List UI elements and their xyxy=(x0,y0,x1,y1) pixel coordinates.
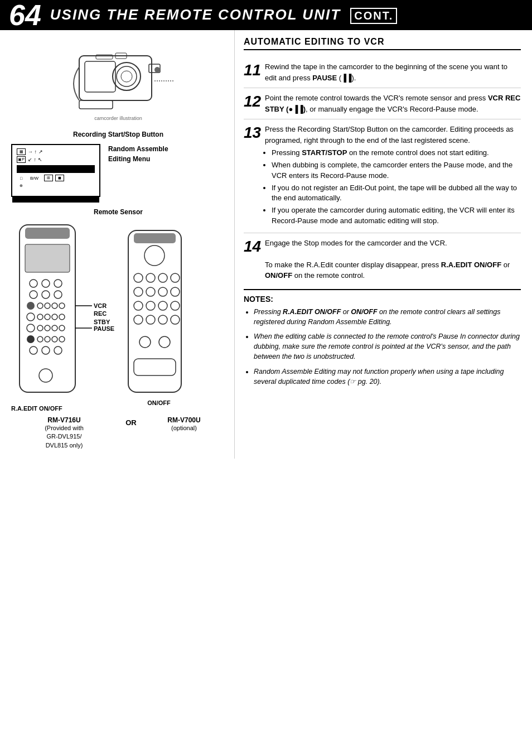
menu-icon-2: ▣P xyxy=(17,156,26,163)
note-1: Pressing R.A.EDIT ON/OFF or ON/OFF on th… xyxy=(254,307,521,327)
menu-icon-6: ⊕ xyxy=(17,182,26,189)
svg-point-65 xyxy=(171,315,180,324)
svg-point-64 xyxy=(158,315,167,324)
step-11: 11 Rewind the tape in the camcorder to t… xyxy=(244,57,521,88)
label-rm-v700u-area: RM-V700U (optional) xyxy=(145,416,223,432)
svg-point-15 xyxy=(30,280,37,287)
svg-point-18 xyxy=(30,291,37,298)
svg-rect-1 xyxy=(85,61,115,92)
cont-label: cont. xyxy=(350,8,397,24)
svg-point-54 xyxy=(134,287,143,296)
header-title: USING THE REMOTE CONTROL UNIT cont. xyxy=(50,6,397,24)
svg-rect-14 xyxy=(25,244,70,272)
menu-label: Random Assemble Editing Menu xyxy=(108,144,168,164)
svg-point-52 xyxy=(158,273,167,282)
svg-point-34 xyxy=(52,325,57,331)
step-14: 14 Engage the Stop modes for the camcord… xyxy=(244,233,521,281)
note-3: Random Assemble Editing may not function… xyxy=(254,367,521,387)
svg-point-39 xyxy=(52,336,57,342)
svg-rect-48 xyxy=(134,233,176,243)
svg-point-33 xyxy=(45,325,50,331)
menu-panel-area: ▦ → ↑ ↗ ▣P ↙ ↑ ↖ □ B/W ⊞ ◼ xyxy=(11,144,225,197)
svg-point-30 xyxy=(59,314,65,320)
step-13: 13 Press the Recording Start/Stop Button… xyxy=(244,119,521,233)
svg-point-17 xyxy=(54,280,62,287)
svg-point-57 xyxy=(171,287,180,296)
svg-point-9 xyxy=(154,67,160,73)
svg-text:camcorder illustration: camcorder illustration xyxy=(94,115,142,121)
svg-point-55 xyxy=(146,287,155,296)
svg-point-44 xyxy=(39,369,52,382)
svg-point-22 xyxy=(37,303,43,309)
page-number: 64 xyxy=(9,1,41,30)
step-14-content: Engage the Stop modes for the camcorder … xyxy=(265,238,521,281)
svg-point-38 xyxy=(45,336,50,342)
svg-point-35 xyxy=(59,325,65,331)
svg-point-60 xyxy=(158,301,167,310)
step-13-bullet-2: When dubbing is complete, the camcorder … xyxy=(272,160,521,181)
step-12-content: Point the remote control towards the VCR… xyxy=(265,93,521,114)
left-column: camcorder illustration Recording Start/S… xyxy=(0,30,234,459)
svg-point-21 xyxy=(27,302,35,310)
svg-point-32 xyxy=(37,325,43,331)
svg-point-37 xyxy=(37,336,43,342)
step-13-number: 13 xyxy=(244,124,265,228)
pause-callout: PAUSE xyxy=(94,325,114,332)
rm-v700u-sub: (optional) xyxy=(145,424,223,432)
right-column: AUTOMATIC EDITING TO VCR 11 Rewind the t… xyxy=(234,30,532,459)
svg-point-40 xyxy=(59,336,65,342)
recording-button-label: Recording Start/Stop Button xyxy=(73,131,163,138)
menu-bar-bottom xyxy=(12,196,99,203)
step-11-number: 11 xyxy=(244,61,265,83)
step-13-bullet-3: If you do not register an Edit-Out point… xyxy=(272,183,521,204)
svg-point-63 xyxy=(146,315,155,324)
svg-point-41 xyxy=(30,346,37,354)
menu-icon-5: ◼ xyxy=(55,175,64,181)
remote-left: VCR REC STBY PAUSE R.A.EDIT ON/OFF xyxy=(11,219,117,412)
step-12: 12 Point the remote control towards the … xyxy=(244,88,521,119)
label-rm-v716u-area: RM-V716U (Provided with GR-DVL915/ DVL81… xyxy=(11,416,117,450)
notes-title: NOTES: xyxy=(244,295,521,304)
svg-point-23 xyxy=(45,303,50,309)
svg-point-4 xyxy=(121,71,132,82)
svg-point-49 xyxy=(144,245,165,266)
rm-v700u-label: RM-V700U xyxy=(145,416,223,424)
camcorder-image: camcorder illustration xyxy=(62,39,174,128)
remote-v700u-svg xyxy=(123,225,195,403)
main-content: camcorder illustration Recording Start/S… xyxy=(0,30,532,459)
step-11-content: Rewind the tape in the camcorder to the … xyxy=(265,61,521,83)
svg-point-16 xyxy=(42,280,50,287)
svg-point-56 xyxy=(158,287,167,296)
svg-rect-13 xyxy=(25,228,70,239)
svg-point-42 xyxy=(42,346,50,354)
notes-section: NOTES: Pressing R.A.EDIT ON/OFF or ON/OF… xyxy=(244,289,521,387)
svg-point-58 xyxy=(134,301,143,310)
notes-list: Pressing R.A.EDIT ON/OFF or ON/OFF on th… xyxy=(244,307,521,387)
svg-point-25 xyxy=(59,303,65,309)
menu-icon-4: ⊞ xyxy=(44,175,53,181)
menu-panel: ▦ → ↑ ↗ ▣P ↙ ↑ ↖ □ B/W ⊞ ◼ xyxy=(11,144,100,197)
svg-point-67 xyxy=(159,336,170,348)
vcr-rec-stby-callout: VCR REC STBY xyxy=(94,302,117,326)
svg-point-61 xyxy=(171,301,180,310)
svg-point-51 xyxy=(146,273,155,282)
remote-right: ON/OFF xyxy=(123,225,195,406)
svg-point-62 xyxy=(134,315,143,324)
menu-highlight-row xyxy=(17,165,95,173)
svg-point-36 xyxy=(27,335,35,343)
svg-point-24 xyxy=(52,303,57,309)
svg-point-28 xyxy=(45,314,50,320)
step-13-bullet-4: If you operate the camcorder during auto… xyxy=(272,205,521,227)
or-label: OR xyxy=(117,416,145,427)
svg-point-59 xyxy=(146,301,155,310)
svg-point-26 xyxy=(27,313,35,321)
page-header: 64 USING THE REMOTE CONTROL UNIT cont. xyxy=(0,0,532,30)
svg-rect-47 xyxy=(128,230,181,392)
svg-point-29 xyxy=(52,314,57,320)
menu-icon-1: ▦ xyxy=(17,148,26,155)
svg-point-66 xyxy=(139,336,151,348)
remote-sensor-label: Remote Sensor xyxy=(11,208,225,216)
svg-point-53 xyxy=(171,273,180,282)
svg-point-50 xyxy=(134,273,143,282)
step-13-content: Press the Recording Start/Stop Button on… xyxy=(265,124,521,228)
